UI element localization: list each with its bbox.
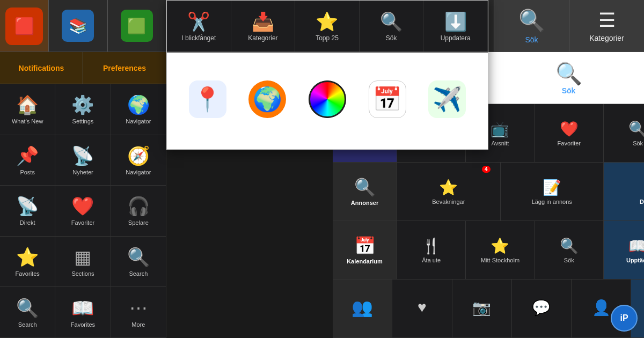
nyheter-item[interactable]: 📡 Nyheter [55, 135, 111, 186]
mitt-stockholm-item[interactable]: ⭐ Mitt Stockholm [466, 221, 535, 279]
search-left-item[interactable]: 🔍 Search [111, 237, 166, 288]
book-icon: 📖 [71, 297, 94, 319]
book-icon-upt: 📖 [628, 237, 644, 255]
more-icon: ⋯ [129, 297, 148, 319]
kalendarium-item[interactable]: 📅 Kalendarium [333, 221, 397, 279]
sections-icon: ▦ [74, 246, 91, 268]
maps-app-round: 📍 [189, 80, 226, 118]
search-icon-r3: 🔍 [560, 237, 579, 255]
left-app-grid: 🏠 What's New ⚙️ Settings 🌍 Navigator 📌 P… [0, 84, 166, 338]
search-bottom-left[interactable]: 🔍 Search [0, 287, 55, 338]
chat-icon: 💬 [532, 299, 551, 317]
search-label-sk: Sök [562, 86, 576, 95]
dashboard-label: Dashboard [640, 199, 644, 205]
group-item[interactable]: 👥 [333, 280, 392, 337]
bevakningar-badge: 4 [482, 166, 491, 173]
mail-app-round: ✈️ [428, 80, 466, 118]
star-icon-bev: ⭐ [439, 179, 458, 196]
lagg-in-annons-item[interactable]: 📝 Lägg in annons [501, 163, 604, 221]
sok-karta-search[interactable]: 🔍 Sök [488, 52, 644, 104]
favorites-item[interactable]: ⭐ Favorites [0, 237, 55, 288]
settings-icon: ⚙️ [71, 94, 94, 115]
row-bottom: 👥 ♥ 📷 💬 👤 H&M [333, 280, 644, 338]
home-icon: 🏠 [16, 94, 39, 115]
upptack-item[interactable]: 📖 Upptäck [604, 221, 644, 279]
ip-badge[interactable]: iP [611, 305, 638, 332]
preferences-button[interactable]: Preferences [83, 52, 166, 84]
search-icon-sk: 🔍 [555, 61, 582, 86]
lagg-in-label: Lägg in annons [532, 199, 572, 205]
kalendarium-label: Kalendarium [347, 258, 383, 264]
sok-row3[interactable]: 🔍 Sök [535, 221, 604, 279]
colorwheel-app-icon[interactable] [309, 80, 346, 121]
direkt-label: Direkt [20, 219, 35, 226]
nyheter-icon: 📡 [71, 145, 94, 166]
dropdown-apps: 📍 🌍 📅 [167, 53, 488, 149]
kategorier-icon-top: ☰ [598, 9, 616, 32]
search-left-label: Search [129, 270, 148, 277]
spelare-item[interactable]: 🎧 Spelare [111, 186, 166, 237]
more-label: More [131, 321, 145, 328]
mitt-stockholm-label: Mitt Stockholm [481, 257, 519, 263]
favoriter-row1[interactable]: ❤️ Favoriter [535, 104, 604, 162]
calendar-app-icon[interactable]: 📅 [369, 80, 406, 121]
navigator-item[interactable]: 🌍 Navigator [111, 84, 166, 135]
book-item[interactable]: 📖 Favorites [55, 287, 111, 338]
annonser-item[interactable]: 🔍 Annonser [333, 163, 397, 221]
globe-app-round: 🌍 [248, 80, 286, 118]
whats-new-item[interactable]: 🏠 What's New [0, 84, 55, 135]
dropdown-overlay: ✂️ I blickfånget 📥 Kategorier ⭐ Topp 25 … [166, 52, 488, 150]
chat-item[interactable]: 💬 [512, 280, 572, 337]
color-wheel-icon [309, 80, 346, 118]
spelare-icon: 🎧 [127, 195, 150, 217]
search-label-top: Sök [525, 35, 538, 44]
posts-item[interactable]: 📌 Posts [0, 135, 55, 186]
book-label: Favorites [71, 321, 95, 328]
main-content: Notifications Preferences 🏠 What's New ⚙… [0, 52, 644, 338]
search-button-top[interactable]: 🔍 Sök [494, 0, 569, 52]
globe-app-icon[interactable]: 🌍 [248, 80, 286, 121]
star-icon-ms: ⭐ [491, 237, 509, 255]
navigator2-item[interactable]: 🧭 Navigator [111, 135, 166, 186]
kategorier-label-top: Kategorier [589, 34, 624, 42]
search-icon-left: 🔍 [127, 246, 150, 268]
nyheter-label: Nyheter [72, 169, 93, 175]
group-icon: 👥 [352, 297, 373, 318]
favoriter-label: Favoriter [71, 219, 94, 226]
notifications-button[interactable]: Notifications [0, 52, 83, 84]
posts-icon: 📌 [16, 145, 39, 166]
camera-item[interactable]: 📷 [452, 280, 512, 337]
calendar-dd-icon: 📅 [372, 85, 402, 113]
heart-icon-r1: ❤️ [560, 120, 579, 138]
left-sidebar: Notifications Preferences 🏠 What's New ⚙… [0, 52, 166, 338]
globe-dd-icon: 🌍 [253, 85, 282, 113]
navigator2-label: Navigator [126, 169, 151, 175]
tv-icon-r1: 📺 [491, 120, 509, 138]
sok-label-r3: Sök [564, 257, 574, 263]
more-item[interactable]: ⋯ More [111, 287, 166, 338]
heart-icon-left: ❤️ [71, 195, 94, 217]
heart-icon-bottom: ♥ [418, 299, 427, 316]
favoriter-item[interactable]: ❤️ Favoriter [55, 186, 111, 237]
bevakningar-label: Bevakningar [432, 199, 465, 205]
bevakningar-item[interactable]: 4 ⭐ Bevakningar [397, 163, 501, 221]
kategorier-button-top[interactable]: ☰ Kategorier [569, 0, 644, 52]
settings-item[interactable]: ⚙️ Settings [55, 84, 111, 135]
ata-ute-item[interactable]: 🍴 Äta ute [397, 221, 466, 279]
whats-new-label: What's New [12, 118, 43, 124]
ip-label: iP [620, 313, 628, 323]
notif-pref-bar: Notifications Preferences [0, 52, 166, 84]
sok-row1[interactable]: 🔍 Sök [604, 104, 644, 162]
heart-bottom-item[interactable]: ♥ [392, 280, 452, 337]
avsnitt-label: Avsnitt [492, 140, 509, 146]
mail-dd-icon: ✈️ [433, 85, 462, 113]
sections-item[interactable]: ▦ Sections [55, 237, 111, 288]
direkt-item[interactable]: 📡 Direkt [0, 186, 55, 237]
mail-app-icon[interactable]: ✈️ [428, 80, 466, 121]
ata-ute-label: Äta ute [422, 257, 441, 263]
search-bottom-icon: 🔍 [16, 297, 39, 319]
edit-icon-lagg: 📝 [543, 179, 561, 196]
maps-app-icon[interactable]: 📍 [189, 80, 226, 121]
dashboard-item[interactable]: ☰ Dashboard [604, 163, 644, 221]
row-kalendarium: 📅 Kalendarium 🍴 Äta ute ⭐ Mitt Stockholm… [333, 221, 644, 280]
